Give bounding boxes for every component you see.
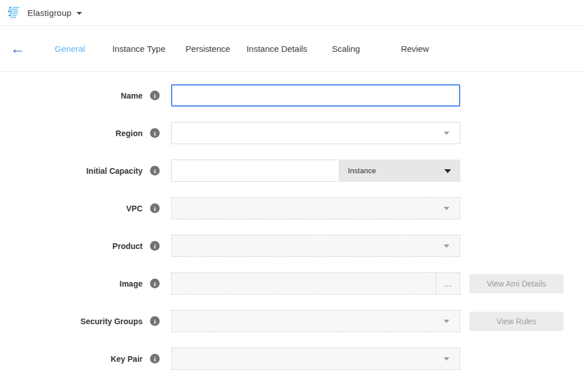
top-bar: Elastigroup (0, 0, 584, 26)
name-info-icon[interactable]: i (150, 91, 160, 100)
form-row-key-pair: Key Pair i (0, 348, 584, 370)
key-pair-info-icon[interactable]: i (150, 354, 160, 364)
form-row-name: Name i (0, 84, 584, 107)
vpc-select[interactable] (171, 197, 460, 219)
security-groups-label: Security Groups (0, 317, 143, 326)
product-switcher-caret-icon[interactable] (76, 12, 82, 15)
form-row-product: Product i (0, 235, 584, 257)
security-groups-select[interactable] (171, 310, 460, 332)
product-info-icon[interactable]: i (150, 241, 160, 251)
view-ami-details-button[interactable]: View Ami Details (469, 274, 563, 293)
chevron-down-icon (444, 207, 449, 210)
form-row-image: Image i ... View Ami Details (0, 272, 584, 295)
tab-general[interactable]: General (35, 44, 104, 54)
image-picker-value (172, 273, 436, 294)
tab-review[interactable]: Review (380, 44, 449, 54)
vpc-label: VPC (0, 204, 143, 213)
image-label: Image (0, 279, 143, 288)
product-label: Product (0, 242, 143, 251)
name-input[interactable] (171, 84, 460, 107)
region-select[interactable] (171, 122, 460, 144)
region-info-icon[interactable]: i (150, 128, 160, 138)
tab-instance-details[interactable]: Instance Details (242, 44, 311, 54)
tab-persistence[interactable]: Persistence (173, 44, 242, 54)
tab-instance-type[interactable]: Instance Type (104, 44, 173, 54)
vpc-info-icon[interactable]: i (150, 203, 160, 213)
region-label: Region (0, 129, 143, 138)
product-select[interactable] (171, 235, 460, 257)
security-groups-info-icon[interactable]: i (150, 316, 160, 326)
image-info-icon[interactable]: i (150, 279, 160, 288)
general-settings-form: Name i Region i Initial Capacity i Insta… (0, 72, 584, 370)
product-switcher-label[interactable]: Elastigroup (27, 8, 71, 18)
chevron-down-icon (444, 357, 449, 361)
elastigroup-logo-icon (8, 7, 22, 18)
back-arrow-icon[interactable]: ← (0, 41, 35, 56)
tab-scaling[interactable]: Scaling (311, 44, 380, 54)
capacity-unit-value: Instance (348, 166, 376, 175)
form-row-security-groups: Security Groups i View Rules (0, 310, 584, 332)
form-row-initial-capacity: Initial Capacity i Instance (0, 160, 584, 182)
view-rules-button[interactable]: View Rules (469, 312, 563, 331)
wizard-nav: ← General Instance Type Persistence Inst… (0, 26, 584, 72)
image-browse-button[interactable]: ... (436, 273, 460, 294)
chevron-down-icon (444, 320, 449, 323)
initial-capacity-info-icon[interactable]: i (150, 166, 160, 175)
chevron-down-icon (444, 244, 449, 248)
chevron-down-icon (444, 169, 451, 173)
initial-capacity-input[interactable] (171, 160, 339, 182)
form-row-region: Region i (0, 122, 584, 144)
name-label: Name (0, 91, 143, 100)
capacity-unit-select[interactable]: Instance (339, 160, 460, 182)
chevron-down-icon (444, 132, 449, 135)
key-pair-label: Key Pair (0, 354, 143, 364)
image-picker[interactable]: ... (171, 272, 460, 295)
key-pair-select[interactable] (171, 348, 460, 370)
initial-capacity-label: Initial Capacity (0, 166, 143, 175)
form-row-vpc: VPC i (0, 197, 584, 219)
